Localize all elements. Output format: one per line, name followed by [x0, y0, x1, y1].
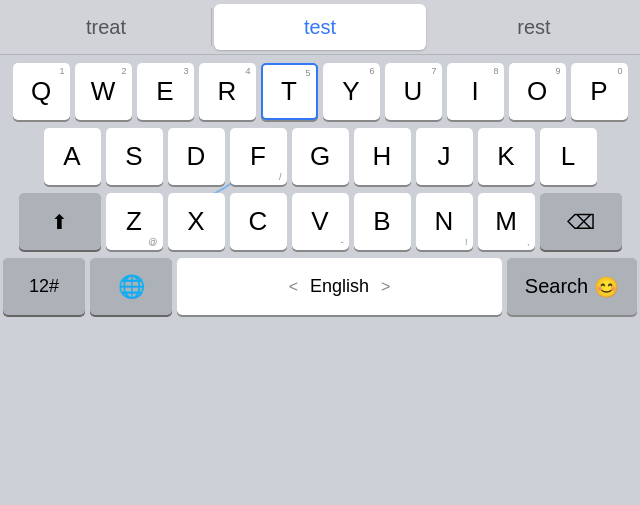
num-key[interactable]: 12# — [3, 258, 85, 315]
key-j[interactable]: J — [416, 128, 473, 185]
key-m[interactable]: , M — [478, 193, 535, 250]
key-e[interactable]: 3 E — [137, 63, 194, 120]
key-k[interactable]: K — [478, 128, 535, 185]
delete-key[interactable]: ⌫ — [540, 193, 622, 250]
key-w[interactable]: 2 W — [75, 63, 132, 120]
key-g[interactable]: G — [292, 128, 349, 185]
key-row-1: 1 Q 2 W 3 E 4 R 5 T 6 Y 7 U 8 I — [3, 63, 637, 120]
key-row-3: ⬆ @ Z X C - V B ! N , M ⌫ — [3, 193, 637, 250]
key-n[interactable]: ! N — [416, 193, 473, 250]
globe-key[interactable]: 🌐 — [90, 258, 172, 315]
key-q[interactable]: 1 Q — [13, 63, 70, 120]
key-i[interactable]: 8 I — [447, 63, 504, 120]
key-h[interactable]: H — [354, 128, 411, 185]
key-d[interactable]: D — [168, 128, 225, 185]
key-u[interactable]: 7 U — [385, 63, 442, 120]
shift-key[interactable]: ⬆ — [19, 193, 101, 250]
key-b[interactable]: B — [354, 193, 411, 250]
key-row-2: A S D / F G H J K L — [3, 128, 637, 185]
key-r[interactable]: 4 R — [199, 63, 256, 120]
space-key[interactable]: < English > — [177, 258, 502, 315]
key-l[interactable]: L — [540, 128, 597, 185]
key-v[interactable]: - V — [292, 193, 349, 250]
key-z[interactable]: @ Z — [106, 193, 163, 250]
key-t[interactable]: 5 T — [261, 63, 318, 120]
key-c[interactable]: C — [230, 193, 287, 250]
key-row-4: 12# 🌐 < English > Search 😊 — [3, 258, 637, 315]
key-x[interactable]: X — [168, 193, 225, 250]
key-f[interactable]: / F — [230, 128, 287, 185]
key-a[interactable]: A — [44, 128, 101, 185]
key-p[interactable]: 0 P — [571, 63, 628, 120]
autocomplete-rest[interactable]: rest — [428, 0, 640, 54]
key-s[interactable]: S — [106, 128, 163, 185]
autocomplete-test[interactable]: test — [214, 4, 426, 50]
key-y[interactable]: 6 Y — [323, 63, 380, 120]
keyboard: 1 Q 2 W 3 E 4 R 5 T 6 Y 7 U 8 I — [0, 55, 640, 319]
search-key[interactable]: Search 😊 — [507, 258, 637, 315]
key-o[interactable]: 9 O — [509, 63, 566, 120]
autocomplete-treat[interactable]: treat — [0, 0, 212, 54]
autocomplete-bar: treat test rest — [0, 0, 640, 55]
